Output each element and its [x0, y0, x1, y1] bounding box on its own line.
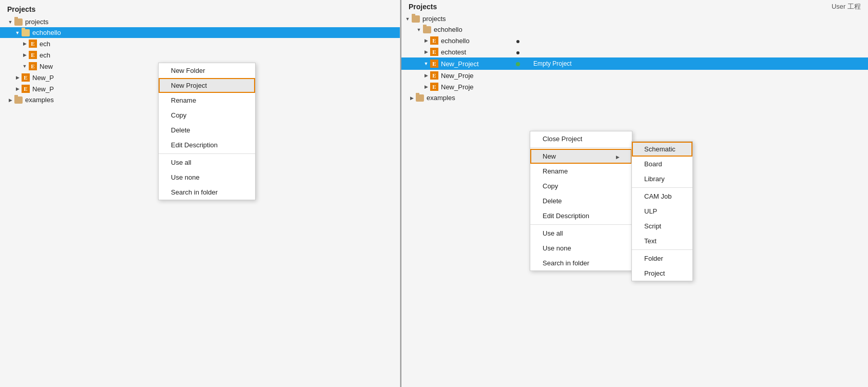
left-panel-title: Projects: [0, 0, 400, 16]
right-tree: projects echohello E echohello E echotes…: [401, 13, 868, 103]
arrow-right-icon: [22, 52, 28, 58]
menu-new-sub[interactable]: New: [530, 149, 632, 164]
folder-icon: [416, 94, 424, 102]
e-icon: E: [22, 85, 30, 93]
status-col: [508, 60, 528, 68]
arrow-right-icon: [423, 84, 429, 90]
menu-use-none[interactable]: Use none: [159, 170, 255, 185]
status-col: [508, 37, 528, 45]
tree-label: echohello: [441, 37, 508, 45]
submenu-script[interactable]: Script: [632, 219, 692, 234]
r-tree-item-projects[interactable]: projects: [401, 13, 868, 24]
menu-edit-desc[interactable]: Edit Description: [530, 208, 632, 223]
arrow-down-icon: [14, 30, 21, 36]
right-panel: Projects User 工程 projects echohello E ec…: [401, 0, 868, 387]
menu-new-folder[interactable]: New Folder: [159, 63, 255, 78]
submenu-board[interactable]: Board: [632, 157, 692, 171]
folder-icon: [412, 15, 420, 23]
arrow-down-icon: [404, 16, 411, 22]
submenu-folder[interactable]: Folder: [632, 251, 692, 266]
menu-use-none[interactable]: Use none: [530, 241, 632, 256]
arrow-right-icon: [22, 41, 28, 47]
right-context-submenu: Schematic Board Library CAM Job ULP Scri…: [631, 141, 693, 281]
r-tree-item-echotest[interactable]: E echotest: [401, 46, 868, 57]
arrow-down-icon: [423, 61, 429, 67]
tree-label: projects: [25, 18, 397, 26]
e-icon: E: [430, 71, 438, 80]
e-icon: E: [29, 40, 37, 48]
menu-delete[interactable]: Delete: [159, 123, 255, 138]
arrow-down-icon: [7, 19, 13, 25]
status-dot-green: [516, 62, 520, 66]
menu-search-in-folder[interactable]: Search in folder: [530, 256, 632, 270]
tree-label: ech: [40, 51, 397, 59]
tree-label: echohello: [32, 29, 397, 36]
submenu-schematic[interactable]: Schematic: [632, 142, 692, 157]
menu-search-in-folder[interactable]: Search in folder: [159, 185, 255, 200]
r-tree-item-examples[interactable]: examples: [401, 92, 868, 103]
e-icon: E: [430, 83, 438, 91]
r-tree-item-newproje2[interactable]: E New_Proje: [401, 70, 868, 81]
right-context-menu: Close Project New Rename Copy Delete Edi…: [530, 131, 632, 271]
status-dot: [516, 51, 519, 54]
left-panel: Projects projects echohello E ech E ech: [0, 0, 400, 387]
tree-item-echohello[interactable]: echohello: [0, 27, 400, 38]
menu-separator: [159, 153, 255, 154]
tree-item-echo2[interactable]: E ech: [0, 49, 400, 61]
submenu-ulp[interactable]: ULP: [632, 204, 692, 219]
folder-open-icon: [22, 29, 30, 36]
tree-label: examples: [427, 94, 865, 102]
arrow-right-icon: [423, 49, 429, 55]
menu-close-project[interactable]: Close Project: [530, 131, 632, 146]
menu-copy[interactable]: Copy: [530, 179, 632, 194]
tree-label: echohello: [434, 26, 865, 33]
arrow-right-icon: [423, 72, 429, 79]
left-context-menu: New Folder New Project Rename Copy Delet…: [158, 63, 256, 200]
right-panel-title: Projects: [409, 3, 832, 11]
user-label: User 工程: [832, 2, 861, 11]
menu-copy[interactable]: Copy: [159, 108, 255, 123]
status-col: [508, 48, 528, 56]
e-icon: E: [22, 73, 30, 82]
arrow-down-icon: [416, 27, 422, 33]
right-panel-header: Projects User 工程: [401, 0, 868, 13]
tree-item-projects[interactable]: projects: [0, 16, 400, 27]
menu-edit-description[interactable]: Edit Description: [159, 138, 255, 152]
folder-icon: [423, 26, 431, 33]
empty-project-badge: Empty Project: [528, 59, 577, 68]
status-dot: [516, 40, 519, 43]
submenu-cam-job[interactable]: CAM Job: [632, 189, 692, 204]
menu-use-all[interactable]: Use all: [159, 155, 255, 170]
folder-icon: [14, 96, 23, 104]
menu-rename[interactable]: Rename: [530, 164, 632, 179]
menu-separator: [530, 147, 632, 148]
submenu-library[interactable]: Library: [632, 171, 692, 186]
tree-label: New_Proje: [441, 72, 865, 80]
r-tree-item-new-project[interactable]: E New_Project Empty Project: [401, 57, 868, 70]
submenu-separator2: [632, 249, 692, 250]
r-tree-item-newproje3[interactable]: E New_Proje: [401, 81, 868, 92]
arrow-down-icon: [22, 63, 28, 69]
menu-new-project[interactable]: New Project: [159, 78, 255, 93]
arrow-right-icon: [7, 97, 13, 103]
folder-icon: [14, 18, 23, 26]
arrow-right-icon: [423, 37, 429, 44]
arrow-right-icon: [14, 86, 21, 92]
submenu-text[interactable]: Text: [632, 234, 692, 248]
menu-use-all[interactable]: Use all: [530, 226, 632, 241]
tree-label: echotest: [441, 48, 508, 56]
submenu-project[interactable]: Project: [632, 266, 692, 281]
e-icon: E: [430, 60, 438, 68]
r-tree-item-echohello[interactable]: echohello: [401, 24, 868, 35]
sub-arrow-icon: [616, 152, 620, 160]
menu-rename[interactable]: Rename: [159, 93, 255, 108]
arrow-right-icon: [409, 95, 415, 101]
menu-delete[interactable]: Delete: [530, 194, 632, 208]
e-icon: E: [29, 62, 37, 70]
tree-item-echo1[interactable]: E ech: [0, 38, 400, 49]
submenu-separator: [632, 187, 692, 188]
tree-label: New_Project: [441, 60, 508, 68]
tree-label: New_Proje: [441, 83, 865, 91]
e-icon: E: [430, 36, 438, 45]
r-tree-item-echohello-proj[interactable]: E echohello: [401, 35, 868, 46]
